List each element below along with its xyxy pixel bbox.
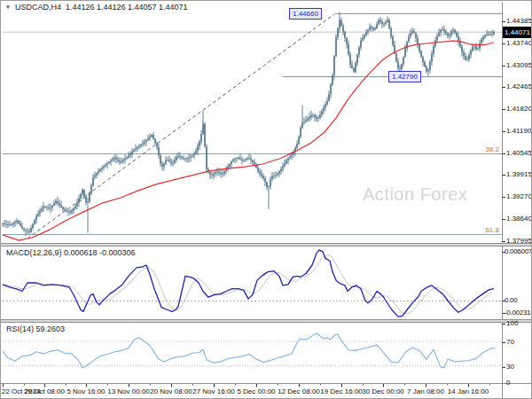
- price-axis-scale[interactable]: [503, 3, 532, 383]
- rsi-panel[interactable]: [1, 323, 502, 383]
- macd-panel[interactable]: [1, 246, 502, 319]
- price-chart-panel[interactable]: [1, 8, 502, 243]
- chart-window: Action Forex ▼ USDCAD,H4 1.44126 1.44126…: [0, 0, 532, 399]
- time-axis-scale[interactable]: [1, 384, 532, 399]
